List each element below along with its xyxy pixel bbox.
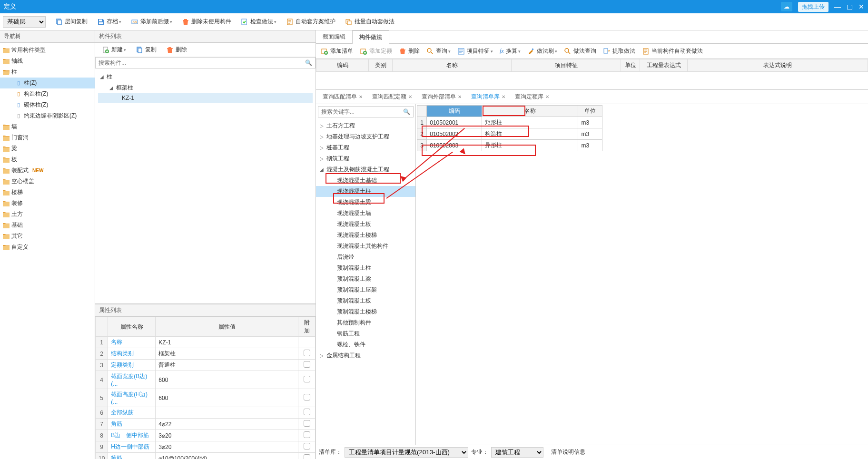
checkbox[interactable] (304, 394, 310, 400)
lib-select[interactable]: 工程量清单项目计量规范(2013-山西) (345, 447, 468, 458)
query-tree-item[interactable]: 预制混凝土梁 (316, 273, 415, 284)
query-tab[interactable]: 查询匹配清单✕ (318, 90, 367, 103)
query-tree-item[interactable]: 预制混凝土屋架 (316, 284, 415, 295)
checkbox[interactable] (304, 443, 310, 449)
toolbar-2[interactable]: ab添加前后缀▾ (127, 16, 176, 27)
comp-tree-item[interactable]: KZ-1 (98, 93, 313, 103)
method-tb-5[interactable]: fx换算▾ (497, 46, 523, 57)
close-icon[interactable]: ✕ (458, 94, 462, 99)
method-tb-3[interactable]: 查询▾ (424, 46, 454, 57)
checkbox[interactable] (304, 361, 310, 368)
toolbar-1[interactable]: 存档▾ (93, 16, 125, 27)
method-tb-2[interactable]: 删除 (396, 46, 423, 57)
close-icon[interactable]: ✕ (359, 94, 363, 99)
prop-row[interactable]: 4截面宽度(B边)(...600 (96, 371, 316, 389)
nav-item[interactable]: 自定义 (0, 242, 95, 253)
query-tree-item[interactable]: ▷桩基工程 (316, 142, 415, 153)
cloud-icon[interactable]: ☁ (781, 2, 792, 11)
nav-item[interactable]: 柱 (0, 67, 95, 78)
close-button[interactable]: ✕ (858, 3, 864, 10)
query-tree-item[interactable]: 钢筋工程 (316, 328, 415, 339)
component-search-input[interactable] (99, 59, 305, 66)
toolbar-0[interactable]: 层间复制 (51, 16, 91, 27)
toolbar-4[interactable]: 检查做法▾ (237, 16, 280, 27)
maximize-button[interactable]: ▢ (847, 3, 853, 10)
right-tab[interactable]: 截面编辑 (316, 30, 352, 43)
checkbox[interactable] (304, 454, 310, 459)
upload-button[interactable]: 拖拽上传 (798, 2, 829, 12)
prop-row[interactable]: 6全部纵筋 (96, 407, 316, 419)
query-tree-item[interactable]: 现浇混凝土梁 (316, 197, 415, 208)
query-tab[interactable]: 查询清单库✕ (466, 90, 510, 103)
nav-item[interactable]: ▯约束边缘非阴影区(Z) (0, 110, 95, 121)
query-tree-item[interactable]: 后浇带 (316, 252, 415, 263)
nav-item[interactable]: 土方 (0, 209, 95, 220)
comp-tree-item[interactable]: ◢框架柱 (98, 82, 313, 93)
query-tree-item[interactable]: 现浇混凝土楼梯 (316, 230, 415, 241)
method-tb-0[interactable]: 添加清单 (318, 46, 356, 57)
nav-item[interactable]: 其它 (0, 231, 95, 242)
nav-item[interactable]: 楼梯 (0, 187, 95, 198)
prop-row[interactable]: 1名称KZ-1 (96, 337, 316, 348)
query-tree-item[interactable]: ▷地基处理与边坡支护工程 (316, 131, 415, 142)
close-icon[interactable]: ✕ (545, 94, 549, 99)
nav-item[interactable]: 空心楼盖 (0, 176, 95, 187)
checkbox[interactable] (304, 431, 310, 438)
result-header-code[interactable]: 编码 (427, 106, 482, 117)
query-tree-item[interactable]: 现浇混凝土柱 (316, 186, 415, 197)
nav-item[interactable]: 常用构件类型 (0, 45, 95, 56)
nav-item[interactable]: ▯构造柱(Z) (0, 88, 95, 99)
nav-item[interactable]: ▯柱(Z) (0, 78, 95, 88)
query-tree-item[interactable]: 其他预制构件 (316, 317, 415, 328)
query-tree-item[interactable]: 预制混凝土板 (316, 295, 415, 306)
toolbar-6[interactable]: 批量自动套做法 (341, 16, 398, 27)
query-tree-item[interactable]: 现浇混凝土墙 (316, 208, 415, 219)
query-tab[interactable]: 查询外部清单✕ (417, 90, 466, 103)
query-tree-item[interactable]: 现浇混凝土板 (316, 219, 415, 230)
query-tree-item[interactable]: 螺栓、铁件 (316, 339, 415, 350)
search-icon[interactable]: 🔍 (403, 108, 410, 115)
checkbox[interactable] (304, 376, 310, 382)
prop-row[interactable]: 2结构类别框架柱 (96, 348, 316, 360)
method-tb-7[interactable]: 做法查询 (561, 46, 599, 57)
prop-row[interactable]: 8B边一侧中部筋3⌀20 (96, 430, 316, 441)
method-tb-6[interactable]: 做法刷▾ (524, 46, 560, 57)
nav-item[interactable]: 轴线 (0, 56, 95, 67)
comp-tb-0[interactable]: 新建▾ (98, 44, 130, 55)
method-tb-8[interactable]: 提取做法 (600, 46, 638, 57)
query-tree-item[interactable]: ▷砌筑工程 (316, 153, 415, 164)
search-icon[interactable]: 🔍 (305, 59, 312, 66)
prop-row[interactable]: 10箍筋⌀10@100/200(4*4) (96, 453, 316, 459)
nav-item[interactable]: 装修 (0, 198, 95, 209)
minimize-button[interactable]: — (834, 3, 841, 10)
nav-item[interactable]: 墙 (0, 121, 95, 132)
query-tab[interactable]: 查询匹配定额✕ (367, 90, 417, 103)
method-tb-9[interactable]: 当前构件自动套做法 (639, 46, 706, 57)
query-tab[interactable]: 查询定额库✕ (510, 90, 554, 103)
method-tb-1[interactable]: 添加定额 (357, 46, 395, 57)
query-tree-item[interactable]: 预制混凝土楼梯 (316, 306, 415, 317)
result-row[interactable]: 1010502001矩形柱m3 (417, 117, 602, 128)
nav-item[interactable]: 装配式NEW (0, 165, 95, 176)
nav-item[interactable]: 基础 (0, 220, 95, 231)
nav-item[interactable]: 梁 (0, 143, 95, 154)
result-row[interactable]: 2010502002构造柱m3 (417, 128, 602, 140)
query-tree-item[interactable]: 预制混凝土柱 (316, 263, 415, 273)
spec-select[interactable]: 建筑工程 (491, 447, 543, 458)
nav-item[interactable]: 板 (0, 154, 95, 165)
query-tree-item[interactable]: ▷金属结构工程 (316, 350, 415, 361)
checkbox[interactable] (304, 409, 310, 415)
result-header-unit[interactable]: 单位 (578, 106, 602, 117)
close-icon[interactable]: ✕ (502, 94, 505, 99)
toolbar-3[interactable]: 删除未使用构件 (178, 16, 235, 27)
method-tb-4[interactable]: 项目特征▾ (454, 46, 496, 57)
comp-tb-1[interactable]: 复制 (132, 44, 160, 55)
result-row[interactable]: 3010502003异形柱m3 (417, 140, 602, 151)
prop-row[interactable]: 9H边一侧中部筋3⌀20 (96, 441, 316, 453)
right-tab[interactable]: 构件做法 (352, 30, 389, 44)
component-search[interactable]: 🔍 (95, 57, 316, 68)
comp-tree-item[interactable]: ◢柱 (98, 71, 313, 82)
result-header-name[interactable]: 名称 (482, 106, 578, 117)
close-icon[interactable]: ✕ (408, 94, 412, 99)
nav-item[interactable]: ▯砌体柱(Z) (0, 99, 95, 110)
